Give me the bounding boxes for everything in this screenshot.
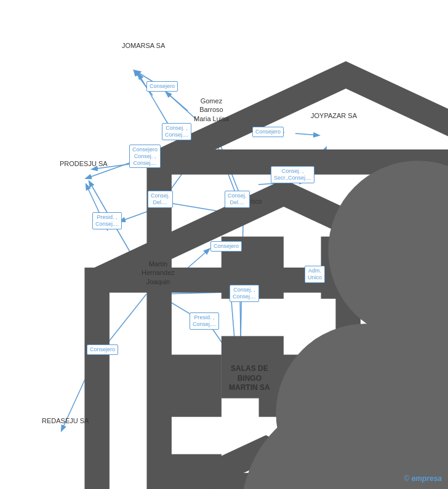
role-badge-consej-del-2[interactable]: Consej.Del.... <box>225 191 250 208</box>
company-redaseju[interactable]: REDASEJU SA <box>42 416 89 424</box>
company-jomarsa[interactable]: JOMARSA SA <box>122 42 165 51</box>
role-badge-consejero-joypazar[interactable]: Consejero <box>252 127 284 137</box>
role-badge-consej-3[interactable]: ConsejeroConsej. ,Consej.... <box>129 145 161 168</box>
person-icon-martin <box>142 258 448 489</box>
role-badge-consej-10[interactable]: Consej. ,Consej.... <box>230 285 259 302</box>
copyright-symbol: © <box>404 474 409 483</box>
role-badge-presid-2[interactable]: Presid. ,Consej.... <box>190 312 219 330</box>
person-gomez-barroso[interactable]: GomezBarrosoMaria Luisa <box>194 95 229 123</box>
brand-name: empresa <box>412 474 442 483</box>
role-badge-consej-del-1[interactable]: Consej.Del.... <box>148 191 173 208</box>
role-badge-consej-secr[interactable]: Consej. ,Secr.,Consej.... <box>271 166 314 183</box>
watermark: © empresa <box>404 474 442 483</box>
graph-canvas: JOMARSA SA PRODESJU SA JOY <box>0 0 448 489</box>
role-badge-consejero-1[interactable]: Consejero <box>146 81 178 92</box>
role-badge-consej-2[interactable]: Consej. ,Consej.... <box>162 123 191 140</box>
role-badge-adm-unico[interactable]: Adm.Unico <box>305 266 325 283</box>
company-prodesju[interactable]: PRODESJU SA <box>60 160 108 169</box>
svg-point-85 <box>276 324 448 489</box>
role-badge-consejero-13[interactable]: Consejero <box>87 344 118 355</box>
role-badge-consejero-9[interactable]: Consejero <box>210 241 242 252</box>
role-badge-presid-1[interactable]: Presid. ,Consej.... <box>92 212 122 229</box>
person-martin-hernandez[interactable]: MartinHernandezJoaquin <box>142 258 175 286</box>
